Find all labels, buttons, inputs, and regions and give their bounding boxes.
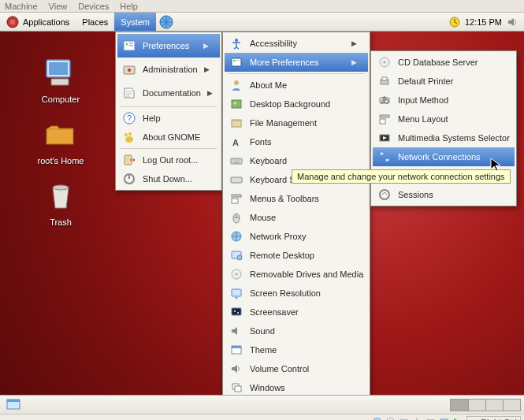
- menu-accessibility[interactable]: Accessibility ▶: [225, 34, 368, 53]
- menu-item-label: Accessibility: [250, 39, 297, 48]
- svg-rect-5: [51, 79, 69, 85]
- svg-point-15: [124, 133, 128, 136]
- desktop-icon-computer[interactable]: Computer: [25, 54, 96, 104]
- preferences-menu-popup: Accessibility ▶ More Preferences ▶ About…: [222, 32, 370, 395]
- svg-point-20: [235, 39, 238, 42]
- svg-rect-41: [235, 297, 238, 299]
- vm-menu-help[interactable]: Help: [120, 2, 138, 11]
- keyboard-icon: [229, 173, 243, 187]
- svg-rect-52: [382, 77, 387, 80]
- system-menu-popup: Preferences ▶ Administration ▶ Documenta…: [115, 32, 222, 191]
- menu-volume-control[interactable]: Volume Control: [225, 359, 368, 378]
- system-menu[interactable]: System: [114, 13, 156, 31]
- menu-sessions[interactable]: Sessions: [373, 185, 515, 204]
- menu-item-label: Menus & Toolbars: [250, 194, 319, 203]
- mouse-cursor: [490, 158, 501, 173]
- menu-item-label: Sound: [250, 326, 275, 336]
- menu-cd-database[interactable]: CD Database Server: [373, 53, 515, 72]
- menu-item-label: Input Method: [398, 95, 448, 105]
- menu-item-label: Screen Resolution: [250, 288, 321, 298]
- menu-menus-toolbars[interactable]: Menus & Toolbars: [225, 189, 368, 208]
- menu-screen-resolution[interactable]: Screen Resolution: [225, 284, 368, 303]
- menu-administration[interactable]: Administration ▶: [117, 58, 220, 81]
- desktop-icon-home[interactable]: root's Home: [25, 115, 96, 165]
- svg-rect-59: [385, 158, 389, 162]
- svg-point-8: [126, 43, 128, 46]
- menu-item-label: Desktop Background: [250, 99, 330, 109]
- updates-icon[interactable]: [449, 17, 460, 28]
- menu-input-method[interactable]: あInput Method: [373, 91, 515, 110]
- menu-item-label: Windows: [250, 383, 285, 392]
- preferences-icon: [229, 55, 243, 69]
- menu-item-label: Help: [143, 113, 161, 123]
- clock-text[interactable]: 12:15 PM: [465, 17, 502, 27]
- svg-point-17: [125, 136, 133, 143]
- menu-fonts[interactable]: AFonts: [225, 132, 368, 151]
- svg-rect-25: [232, 100, 241, 108]
- browser-launcher[interactable]: [156, 13, 177, 31]
- panel-clock-area: 12:15 PM: [443, 17, 524, 28]
- svg-rect-28: [232, 120, 241, 121]
- applications-menu[interactable]: Applications: [0, 13, 76, 31]
- menu-mouse[interactable]: Mouse: [225, 208, 368, 227]
- workspace-switcher[interactable]: [450, 399, 521, 411]
- vm-menu-machine[interactable]: Machine: [5, 2, 38, 11]
- menu-documentation[interactable]: Documentation ▶: [117, 81, 220, 105]
- show-desktop-button[interactable]: [3, 398, 24, 412]
- menu-about-me[interactable]: About Me: [225, 76, 368, 95]
- workspace-3[interactable]: [485, 400, 503, 411]
- menu-windows[interactable]: Windows: [225, 378, 368, 395]
- svg-rect-48: [235, 386, 241, 392]
- svg-rect-23: [236, 60, 240, 61]
- svg-point-43: [234, 310, 236, 312]
- menu-desktop-background[interactable]: Desktop Background: [225, 95, 368, 113]
- menu-sound[interactable]: Sound: [225, 322, 368, 340]
- desktop-icon-trash[interactable]: Trash: [25, 177, 96, 227]
- fonts-icon: A: [229, 135, 243, 149]
- applications-label: Applications: [23, 17, 69, 27]
- menu-theme[interactable]: Theme: [225, 340, 368, 359]
- menu-help[interactable]: ? Help: [117, 109, 220, 128]
- menu-multimedia-selector[interactable]: Multimedia Systems Selector: [373, 128, 515, 147]
- menu-logout[interactable]: Log Out root...: [117, 151, 220, 169]
- workspace-1[interactable]: [451, 400, 468, 411]
- menu-shutdown[interactable]: Shut Down...: [117, 169, 220, 188]
- vm-menu-devices[interactable]: Devices: [78, 2, 109, 11]
- svg-point-26: [234, 102, 236, 105]
- menu-remote-desktop[interactable]: Remote Desktop: [225, 246, 368, 265]
- menu-network-proxy[interactable]: Network Proxy: [225, 227, 368, 246]
- display-icon: [229, 286, 243, 300]
- volume-icon[interactable]: [507, 17, 518, 28]
- vm-menu-view[interactable]: View: [49, 2, 68, 11]
- menu-item-label: Administration: [143, 65, 198, 74]
- menu-removable-drives[interactable]: Removable Drives and Media: [225, 265, 368, 284]
- multimedia-icon: [377, 131, 392, 145]
- places-label: Places: [82, 17, 108, 27]
- menu-preferences[interactable]: Preferences ▶: [117, 34, 220, 58]
- menu-about-gnome[interactable]: About GNOME: [117, 128, 220, 147]
- menu-file-management[interactable]: File Management: [225, 113, 368, 132]
- input-icon: あ: [377, 93, 392, 107]
- places-menu[interactable]: Places: [76, 13, 114, 31]
- menu-more-preferences[interactable]: More Preferences ▶: [225, 53, 368, 72]
- trash-icon: [42, 177, 80, 214]
- svg-rect-32: [232, 195, 241, 197]
- menu-keyboard[interactable]: Keyboard: [225, 151, 368, 170]
- vm-host-key[interactable]: Right Ctrl: [466, 416, 521, 421]
- submenu-arrow-icon: ▶: [351, 58, 357, 66]
- menu-screensaver[interactable]: Screensaver: [225, 303, 368, 322]
- menu-default-printer[interactable]: Default Printer: [373, 72, 515, 91]
- desktop-icon-label: root's Home: [38, 156, 84, 165]
- computer-icon: [42, 54, 80, 91]
- menu-menu-layout[interactable]: Menu Layout: [373, 110, 515, 128]
- svg-rect-42: [232, 308, 241, 315]
- theme-icon: [229, 343, 243, 357]
- menu-item-label: Remote Desktop: [250, 251, 314, 260]
- desktop-area[interactable]: Computer root's Home Trash Preferences ▶…: [0, 32, 524, 395]
- menu-item-label: Preferences: [143, 41, 189, 50]
- workspace-2[interactable]: [468, 400, 485, 411]
- svg-rect-30: [231, 158, 242, 164]
- svg-rect-9: [129, 43, 133, 44]
- workspace-4[interactable]: [503, 400, 520, 411]
- vm-host-menubar: Machine View Devices Help: [0, 0, 524, 13]
